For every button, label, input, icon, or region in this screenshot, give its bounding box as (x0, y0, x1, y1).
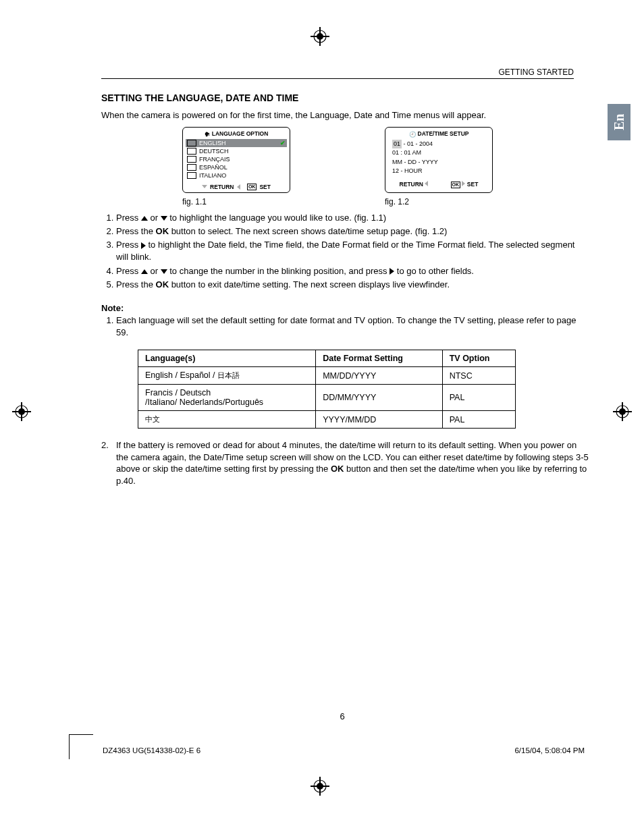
notes-list: Each language will set the default setti… (101, 314, 589, 339)
svg-rect-15 (311, 786, 329, 787)
crop-mark (69, 735, 70, 759)
set-label: SET (467, 181, 479, 188)
step-2: Press the OK button to select. The next … (116, 225, 589, 238)
lang-label: ITALIANO (199, 172, 226, 179)
lang-label: ENGLISH (199, 140, 226, 146)
clock-icon: 🕘 (409, 131, 417, 138)
crop-mark (69, 734, 93, 735)
ok-icon: OK (451, 182, 461, 188)
step-4: Press or to change the number in the bli… (116, 265, 589, 277)
return-label: RETURN (210, 184, 234, 190)
step-1: Press or to highlight the language you w… (116, 212, 589, 224)
lang-label: ESPAÑOL (199, 164, 227, 171)
check-icon: ✔ (280, 140, 286, 146)
lang-row-espanol: ESPAÑOL (186, 163, 287, 171)
footer-bar: DZ4363 UG(514338-02)-E 6 6/15/04, 5:08:0… (101, 746, 586, 754)
language-defaults-table: Language(s) Date Format Setting TV Optio… (138, 350, 516, 429)
set-label: SET (259, 184, 271, 190)
footer-right: 6/15/04, 5:08:04 PM (514, 746, 585, 754)
down-arrow-icon (202, 185, 207, 188)
lang-row-deutsch: DEUTSCH (186, 147, 287, 155)
dt-line3: MM - DD - YYYY (392, 158, 485, 167)
step-3: Press to highlight the Date field, the T… (116, 239, 589, 263)
step-5: Press the OK button to exit date/time se… (116, 279, 589, 291)
page-number: 6 (101, 711, 583, 721)
lang-row-italiano: ITALIANO (186, 171, 287, 180)
fig12-caption: fig. 1.2 (385, 197, 493, 207)
svg-rect-7 (12, 411, 31, 412)
header-section: GETTING STARTED (101, 67, 574, 79)
up-arrow-icon (141, 216, 148, 221)
table-row: 中文 YYYY/MM/DD PAL (138, 411, 516, 429)
fig11-caption: fig. 1.1 (182, 197, 290, 207)
datetime-setup-screen: 🕘DATE/TIME SETUP 01 - 01 - 2004 01 : 01 … (385, 127, 493, 193)
right-arrow-icon (141, 242, 146, 249)
down-arrow-icon (161, 269, 167, 274)
registration-mark-icon (311, 27, 329, 46)
dt-line1-rest: - 01 - 2004 (402, 140, 433, 147)
lang-row-francais: FRANÇAIS (186, 155, 287, 163)
footer-left: DZ4363 UG(514338-02)-E 6 (103, 746, 200, 754)
registration-mark-icon (12, 402, 31, 421)
down-arrow-icon (161, 216, 167, 221)
up-arrow-icon (141, 269, 148, 274)
lang-row-english: ENGLISH✔ (186, 139, 287, 147)
screen1-title: LANGUAGE OPTION (212, 130, 269, 137)
table-row: Francis / Deutsch /Italiano/ Nederlands/… (138, 385, 516, 411)
lang-label: FRANÇAIS (199, 156, 230, 163)
dt-line2: 01 : 01 AM (392, 148, 485, 158)
speech-icon: 🗣 (205, 131, 211, 138)
registration-mark-icon (311, 777, 329, 796)
left-arrow-icon (237, 184, 240, 190)
return-label: RETURN (400, 181, 423, 188)
th-languages: Language(s) (138, 350, 316, 367)
ok-icon: OK (247, 184, 257, 190)
intro-text: When the camera is powered on for the fi… (101, 110, 574, 120)
left-arrow-icon (425, 181, 428, 186)
th-dateformat: Date Format Setting (316, 350, 443, 367)
registration-mark-icon (613, 402, 632, 421)
right-arrow-icon (462, 181, 465, 186)
lang-label: DEUTSCH (199, 148, 229, 155)
table-row: English / Español / 日本語 MM/DD/YYYY NTSC (138, 367, 516, 385)
screen2-title: DATE/TIME SETUP (418, 130, 469, 137)
steps-list: Press or to highlight the language you w… (101, 212, 589, 291)
note-2: If the battery is removed or dead for ab… (101, 439, 589, 487)
language-tab: En (608, 104, 630, 140)
note-heading: Note: (101, 303, 583, 313)
note-1: Each language will set the default setti… (116, 314, 589, 339)
th-tvoption: TV Option (442, 350, 515, 367)
svg-rect-11 (613, 411, 632, 412)
language-option-screen: 🗣LANGUAGE OPTION ENGLISH✔ DEUTSCH FRANÇA… (182, 127, 290, 193)
page-title: SETTING THE LANGUAGE, DATE AND TIME (101, 92, 583, 103)
svg-rect-3 (311, 36, 329, 37)
dt-month: 01 (392, 140, 402, 149)
dt-line4: 12 - HOUR (392, 167, 485, 176)
